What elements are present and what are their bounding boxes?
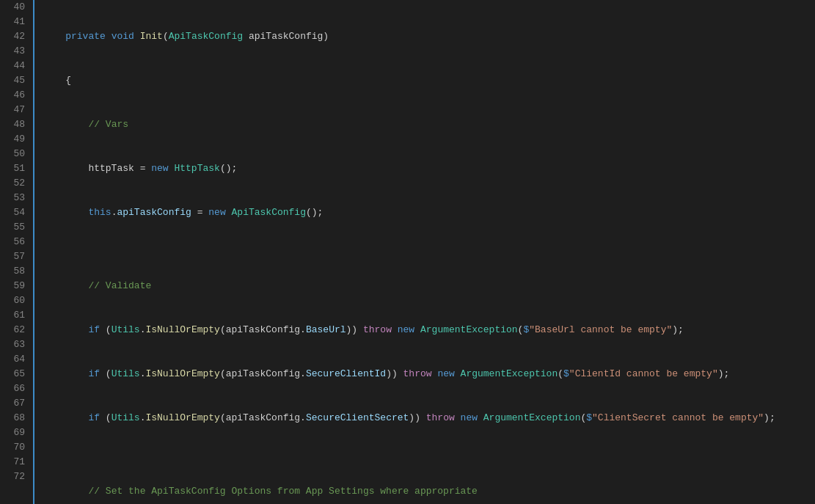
line-num-63: 63 <box>6 337 25 352</box>
line-num-57: 57 <box>6 249 25 264</box>
line-num-58: 58 <box>6 264 25 279</box>
line-num-67: 67 <box>6 396 25 411</box>
line-num-56: 56 <box>6 235 25 249</box>
line-num-45: 45 <box>6 73 25 88</box>
code-line-41: { <box>43 73 815 88</box>
line-numbers: 40 41 42 43 44 45 46 47 48 49 50 51 52 5… <box>0 0 31 504</box>
code-line-44: this.apiTaskConfig = new ApiTaskConfig()… <box>43 205 815 220</box>
gutter <box>31 0 37 504</box>
line-num-69: 69 <box>6 426 25 440</box>
line-num-40: 40 <box>6 0 25 15</box>
line-num-61: 61 <box>6 308 25 323</box>
line-num-62: 62 <box>6 323 25 337</box>
code-line-42: // Vars <box>43 117 815 132</box>
line-num-71: 71 <box>6 455 25 470</box>
line-num-54: 54 <box>6 205 25 220</box>
line-num-49: 49 <box>6 132 25 147</box>
line-num-64: 64 <box>6 352 25 367</box>
line-num-42: 42 <box>6 29 25 44</box>
line-num-47: 47 <box>6 103 25 117</box>
line-num-41: 41 <box>6 15 25 29</box>
line-num-68: 68 <box>6 411 25 426</box>
line-num-48: 48 <box>6 117 25 132</box>
code-line-47: if (Utils.IsNullOrEmpty(apiTaskConfig.Ba… <box>43 323 815 337</box>
code-content[interactable]: private void Init(ApiTaskConfig apiTaskC… <box>37 0 815 504</box>
gutter-mark <box>33 0 34 504</box>
code-line-51: // Set the ApiTaskConfig Options from Ap… <box>43 484 815 499</box>
line-num-60: 60 <box>6 293 25 308</box>
line-num-72: 72 <box>6 470 25 484</box>
line-num-65: 65 <box>6 367 25 381</box>
code-line-43: httpTask = new HttpTask(); <box>43 161 815 176</box>
line-num-44: 44 <box>6 59 25 73</box>
line-num-50: 50 <box>6 147 25 161</box>
line-num-55: 55 <box>6 220 25 235</box>
code-line-48: if (Utils.IsNullOrEmpty(apiTaskConfig.Se… <box>43 367 815 381</box>
line-num-51: 51 <box>6 161 25 176</box>
line-num-59: 59 <box>6 279 25 293</box>
line-num-66: 66 <box>6 381 25 396</box>
line-num-43: 43 <box>6 44 25 59</box>
code-line-46: // Validate <box>43 279 815 293</box>
line-num-52: 52 <box>6 176 25 191</box>
line-num-53: 53 <box>6 191 25 205</box>
code-line-40: private void Init(ApiTaskConfig apiTaskC… <box>43 29 815 44</box>
line-num-46: 46 <box>6 88 25 103</box>
line-num-70: 70 <box>6 440 25 455</box>
code-editor: 40 41 42 43 44 45 46 47 48 49 50 51 52 5… <box>0 0 815 504</box>
code-line-49: if (Utils.IsNullOrEmpty(apiTaskConfig.Se… <box>43 411 815 426</box>
